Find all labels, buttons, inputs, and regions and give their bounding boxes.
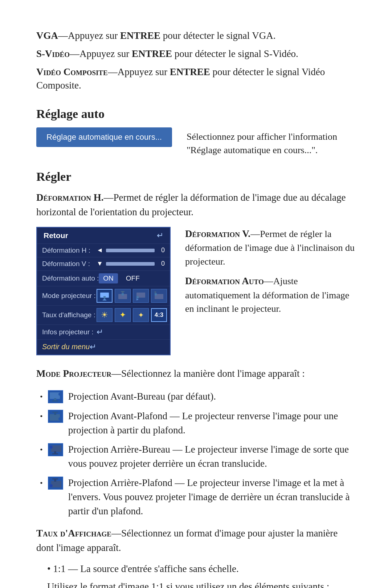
dev-controls: ▼ 0 <box>97 260 165 268</box>
dev-arrow-down: ▼ <box>97 260 103 268</box>
sortir-menu-row[interactable]: Sortir du menu ↵ <box>37 340 170 355</box>
svg-rect-22 <box>52 453 58 454</box>
deh-controls: ◄ 0 <box>97 246 165 254</box>
regler-heading: Régler <box>36 170 356 184</box>
taux-icon-sun2[interactable]: ✦ <box>115 308 131 322</box>
reglage-desc-line2: "Réglage automatique en cours...". <box>187 145 318 155</box>
mode-icon-2[interactable] <box>115 289 131 303</box>
mode-icon-4[interactable] <box>151 289 167 303</box>
taux-icon-43[interactable]: 4:3 <box>151 308 167 322</box>
vga-end: pour détecter le signal VGA. <box>160 30 275 41</box>
mode-projecteur-section: Mode Projecteur—Sélectionnez la manière … <box>36 366 356 381</box>
composite-line: Vidéo Composite—Appuyez sur ENTREE pour … <box>36 65 356 93</box>
mode-item-4-text: Projection Arrière-Plafond — Le projecte… <box>68 476 356 518</box>
deformation-v-label: Déformation V. <box>185 228 250 239</box>
menu-and-desc: Retour ↵ Déformation H : ◄ 0 Déformation… <box>36 227 356 355</box>
deformation-auto-desc: Déformation Auto—Ajuste automatiquement … <box>185 274 356 316</box>
proj-icon-2 <box>48 410 63 423</box>
deformation-v-row[interactable]: Déformation V : ▼ 0 <box>37 257 170 271</box>
svg-rect-8 <box>136 296 139 298</box>
taux-label: Taux d'affichage : <box>42 311 97 319</box>
svg-rect-11 <box>155 293 157 295</box>
taux-icon-sun1[interactable]: ☀ <box>97 308 113 322</box>
composite-bold: ENTREE <box>170 66 210 77</box>
taux-bullet-list: • 1:1 — La source d'entrée s'affiche san… <box>47 562 356 576</box>
taux-affichage-label: Taux d'Affichage <box>36 528 111 539</box>
taux-indented: Utilisez le format d'image 1:1 si vous u… <box>47 580 356 588</box>
composite-label: Vidéo Composite <box>36 66 108 77</box>
dev-label: Déformation V : <box>42 260 97 268</box>
proj-icon-3 <box>48 443 63 456</box>
mode-icon-3[interactable] <box>133 289 149 303</box>
mode-projecteur-label: Mode Projecteur <box>36 368 111 379</box>
retour-label: Retour <box>44 231 98 240</box>
reglage-auto-container: Réglage automatique en cours... Sélectio… <box>36 127 356 157</box>
sortir-label: Sortir du menu <box>42 343 90 351</box>
svg-rect-14 <box>52 400 58 401</box>
deformation-auto-label: Déformation Auto <box>185 275 264 286</box>
mode-item-1-text: Projection Avant-Bureau (par défaut). <box>68 389 216 404</box>
svg-rect-24 <box>51 481 61 487</box>
svideo-label: S-Vidéo <box>36 48 70 59</box>
bullet-1: • <box>40 391 43 403</box>
deformation-h-label: Déformation H. <box>36 192 104 203</box>
mode-item-3-text: Projection Arrière-Bureau — Le projecteu… <box>68 442 356 471</box>
bullet-4: • <box>40 477 43 489</box>
svg-rect-2 <box>103 296 106 298</box>
svg-rect-12 <box>50 392 60 399</box>
svg-rect-16 <box>50 414 60 421</box>
mode-icon-group <box>97 289 167 303</box>
taux-item-1: • 1:1 — La source d'entrée s'affiche san… <box>47 562 356 576</box>
mode-item-4: • Projection Arrière-Plafond — Le projec… <box>40 476 356 518</box>
svg-marker-10 <box>155 291 157 293</box>
deformation-h-row[interactable]: Déformation H : ◄ 0 <box>37 244 170 257</box>
svideo-end: pour détecter le signal S-Vidéo. <box>172 48 298 59</box>
svg-marker-4 <box>121 291 125 293</box>
bullet-2: • <box>40 411 43 422</box>
svideo-text: —Appuyez sur <box>70 48 132 59</box>
deh-label: Déformation H : <box>42 246 97 254</box>
deformation-h-intro: Déformation H.—Permet de régler la défor… <box>36 190 356 220</box>
svg-marker-1 <box>102 298 107 301</box>
svg-point-27 <box>50 484 53 487</box>
svg-rect-20 <box>51 445 61 452</box>
infos-projecteur-row[interactable]: Infos projecteur : ↵ <box>37 325 170 340</box>
vga-label: VGA <box>36 30 58 41</box>
mode-projecteur-intro: —Sélectionnez la manière dont l'image ap… <box>111 368 305 379</box>
taux-icon-group: ☀ ✦ ✦ 4:3 <box>97 308 167 322</box>
svideo-bold: ENTREE <box>132 48 172 59</box>
deformation-auto-row[interactable]: Déformation auto : ON OFF <box>37 271 170 286</box>
deauto-label: Déformation auto : <box>42 274 99 282</box>
svideo-line: S-Vidéo—Appuyez sur ENTREE pour détecter… <box>36 47 356 61</box>
deformation-v-desc: Déformation V.—Permet de régler la défor… <box>185 227 356 269</box>
bullet-3: • <box>40 444 43 456</box>
on-off-controls: ON OFF <box>99 273 144 283</box>
dev-value: 0 <box>158 260 165 268</box>
mode-projecteur-row[interactable]: Mode projecteur : <box>37 286 170 306</box>
dev-slider[interactable] <box>106 262 155 266</box>
reglage-auto-desc: Sélectionnez pour afficher l'information… <box>187 127 337 157</box>
taux-icon-sun3[interactable]: ✦ <box>133 308 149 322</box>
taux-affichage-row[interactable]: Taux d'affichage : ☀ ✦ ✦ 4:3 <box>37 306 170 325</box>
taux-item-1-text: 1:1 — La source d'entrée s'affiche sans … <box>53 563 239 574</box>
mode-icon-1[interactable] <box>97 289 113 303</box>
intro-block: VGA—Appuyez sur ENTREE pour détecter le … <box>36 29 356 93</box>
retour-enter-icon: ↵ <box>157 231 163 240</box>
off-button[interactable]: OFF <box>122 273 144 283</box>
on-button[interactable]: ON <box>99 273 118 283</box>
vga-line: VGA—Appuyez sur ENTREE pour détecter le … <box>36 29 356 43</box>
svg-point-15 <box>58 393 61 396</box>
vga-bold: ENTREE <box>120 30 160 41</box>
taux-section: Taux d'Affichage—Sélectionnez un format … <box>36 526 356 555</box>
mode-item-1: • Projection Avant-Bureau (par défaut). <box>40 389 356 404</box>
svg-rect-5 <box>122 293 124 295</box>
mode-item-2-text: Projection Avant-Plafond — Le projecteur… <box>68 409 356 437</box>
mode-item-3: • Projection Arrière-Bureau — Le project… <box>40 442 356 471</box>
deh-slider[interactable] <box>106 249 155 252</box>
menu-retour-row[interactable]: Retour ↵ <box>37 228 170 244</box>
taux-43-label: 4:3 <box>155 311 164 319</box>
composite-text: —Appuyez sur <box>108 66 170 77</box>
reglage-auto-button[interactable]: Réglage automatique en cours... <box>36 127 172 147</box>
svg-rect-18 <box>52 412 58 413</box>
infos-label: Infos projecteur : <box>42 328 97 336</box>
